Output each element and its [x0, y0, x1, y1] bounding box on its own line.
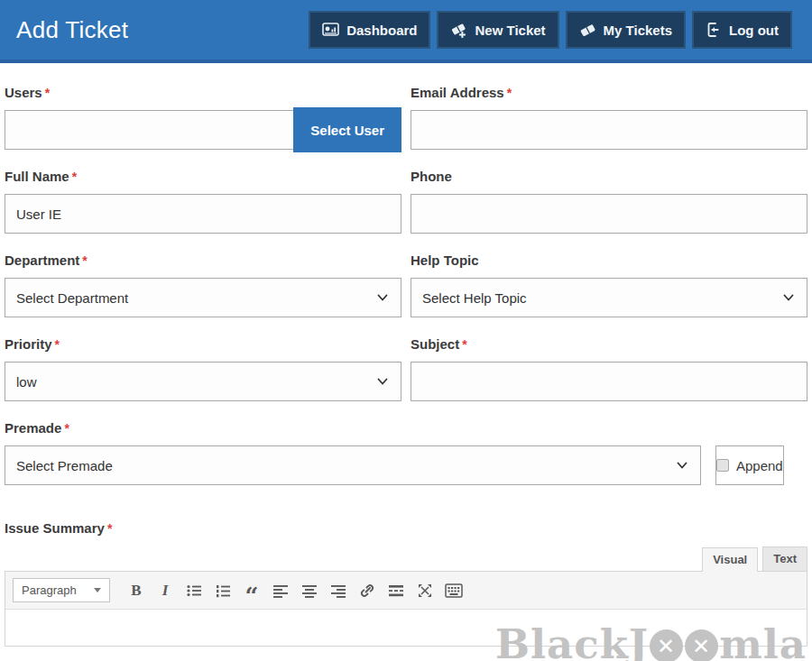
tab-visual[interactable]: Visual — [702, 547, 758, 572]
keyboard-icon — [445, 583, 463, 598]
department-label: Department* — [5, 252, 401, 268]
align-right-icon — [330, 583, 346, 599]
premade-field-group: Premade* Select Premade Append — [5, 420, 807, 488]
chevron-down-icon — [677, 460, 687, 471]
align-right-button[interactable] — [325, 579, 352, 602]
help-topic-select[interactable]: Select Help Topic — [411, 278, 807, 317]
bullet-list-button[interactable] — [180, 579, 208, 602]
dashboard-button[interactable]: Dashboard — [309, 11, 430, 49]
required-asterisk: * — [107, 521, 112, 536]
full-name-label: Full Name* — [5, 169, 401, 184]
fullscreen-button[interactable] — [411, 579, 438, 602]
logout-button-label: Log out — [729, 23, 779, 38]
align-left-icon — [272, 583, 289, 599]
subject-label: Subject* — [411, 336, 807, 352]
required-asterisk: * — [82, 253, 87, 268]
keyboard-shortcuts-button[interactable] — [440, 579, 467, 602]
append-checkbox-box[interactable]: Append — [715, 445, 784, 485]
align-center-button[interactable] — [296, 579, 323, 602]
editor-mode-tabs: Visual Text — [5, 546, 807, 571]
italic-button[interactable]: I — [152, 579, 179, 602]
new-ticket-button[interactable]: New Ticket — [437, 11, 558, 49]
full-name-field-group: Full Name* — [5, 169, 401, 236]
users-field-group: Users* Select User — [5, 85, 401, 152]
subject-input[interactable] — [411, 362, 807, 401]
chevron-down-icon — [377, 376, 388, 387]
bold-button[interactable]: B — [123, 579, 150, 602]
help-topic-field-group: Help Topic Select Help Topic — [411, 252, 807, 320]
email-label: Email Address* — [411, 85, 807, 100]
department-field-group: Department* Select Department — [5, 252, 401, 320]
editor-toolbar: Paragraph B I “ — [5, 572, 807, 610]
more-tag-icon — [388, 583, 404, 599]
tab-text[interactable]: Text — [762, 546, 807, 571]
required-asterisk: * — [72, 170, 77, 184]
logout-icon — [706, 22, 722, 38]
link-icon — [359, 583, 375, 599]
premade-select-value: Select Premade — [16, 458, 113, 473]
premade-label: Premade* — [5, 420, 807, 436]
new-ticket-button-label: New Ticket — [475, 23, 545, 38]
numbered-list-icon — [215, 583, 231, 599]
department-select-value: Select Department — [16, 290, 128, 306]
joomla-logo-icon: ✕ — [650, 629, 683, 661]
phone-input[interactable] — [411, 194, 807, 234]
add-ticket-form: Users* Select User Email Address* Full N… — [0, 63, 812, 647]
logout-button[interactable]: Log out — [692, 11, 792, 49]
priority-select[interactable]: low — [5, 362, 401, 401]
dropdown-caret-icon — [94, 588, 101, 592]
users-input[interactable] — [5, 110, 293, 150]
required-asterisk: * — [64, 421, 69, 436]
align-left-button[interactable] — [267, 579, 294, 602]
numbered-list-button[interactable] — [209, 579, 236, 602]
insert-link-button[interactable] — [354, 579, 381, 602]
department-select[interactable]: Select Department — [5, 278, 401, 317]
paragraph-format-dropdown[interactable]: Paragraph — [13, 578, 110, 602]
required-asterisk: * — [45, 86, 50, 100]
fullscreen-icon — [417, 583, 433, 599]
italic-icon: I — [162, 582, 169, 600]
chevron-down-icon — [377, 292, 388, 303]
blockquote-icon: “ — [245, 592, 259, 601]
priority-select-value: low — [16, 374, 37, 390]
issue-summary-label: Issue Summary* — [5, 520, 807, 536]
phone-label: Phone — [411, 169, 807, 184]
append-checkbox[interactable] — [716, 459, 729, 472]
my-tickets-icon — [579, 23, 596, 38]
my-tickets-button-label: My Tickets — [604, 23, 672, 38]
email-field-group: Email Address* — [411, 85, 807, 152]
priority-label: Priority* — [5, 336, 401, 352]
paragraph-format-value: Paragraph — [22, 583, 77, 597]
header-nav: Dashboard New Ticket — [309, 11, 792, 49]
align-center-icon — [301, 583, 318, 599]
subject-field-group: Subject* — [411, 336, 807, 404]
users-label: Users* — [5, 85, 401, 100]
required-asterisk: * — [462, 337, 466, 352]
blockquote-button[interactable]: “ — [238, 579, 265, 602]
append-label: Append — [736, 458, 783, 473]
bullet-list-icon — [186, 583, 202, 599]
chevron-down-icon — [783, 292, 794, 303]
header-bar: Add Ticket Dashboard — [0, 0, 812, 63]
joomla-logo-icon: ✕ — [685, 629, 718, 661]
select-user-button[interactable]: Select User — [293, 107, 401, 152]
premade-select[interactable]: Select Premade — [5, 445, 701, 485]
phone-field-group: Phone — [411, 169, 807, 236]
page-title: Add Ticket — [16, 16, 128, 44]
watermark-text-left: BlackJ — [495, 620, 649, 661]
required-asterisk: * — [55, 337, 60, 352]
blackjoomla-watermark: BlackJ✕✕mla — [495, 620, 807, 661]
watermark-text-right: mla — [719, 620, 807, 661]
help-topic-label: Help Topic — [411, 252, 807, 268]
dashboard-icon — [322, 23, 339, 37]
priority-field-group: Priority* low — [5, 336, 401, 404]
required-asterisk: * — [507, 86, 512, 100]
dashboard-button-label: Dashboard — [346, 23, 417, 38]
email-input[interactable] — [411, 110, 807, 150]
help-topic-select-value: Select Help Topic — [422, 290, 527, 306]
bold-icon: B — [131, 582, 141, 600]
new-ticket-icon — [450, 22, 467, 38]
full-name-input[interactable] — [5, 194, 401, 234]
insert-more-tag-button[interactable] — [383, 579, 410, 602]
my-tickets-button[interactable]: My Tickets — [566, 11, 686, 49]
